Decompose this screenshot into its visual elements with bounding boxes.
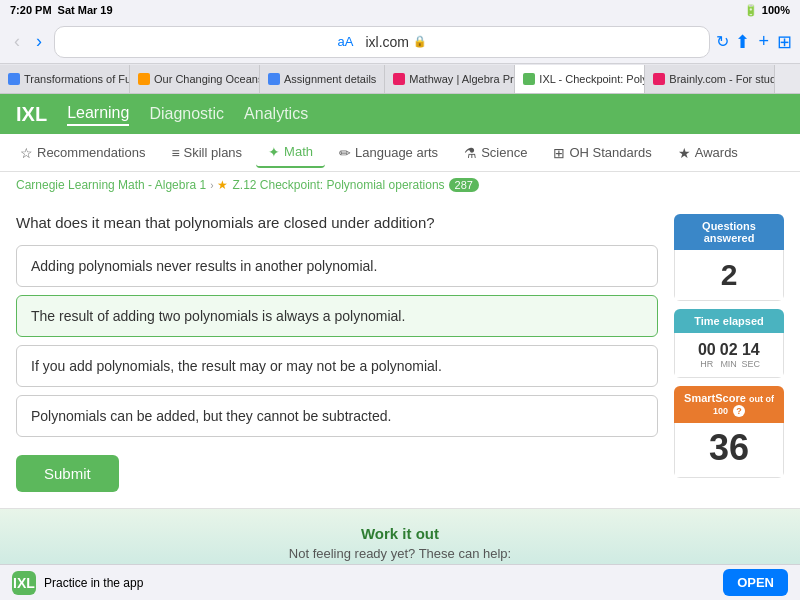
nav-diagnostic[interactable]: Diagnostic: [149, 103, 224, 125]
nav-learning[interactable]: Learning: [67, 102, 129, 126]
tab-1-label: Transformations of Funct...: [24, 73, 130, 85]
science-label: Science: [481, 145, 527, 160]
battery-icon: 🔋: [744, 4, 758, 17]
time-sec-label: SEC: [742, 359, 761, 369]
share-button[interactable]: ⬆: [735, 31, 750, 53]
breadcrumb-badge: 287: [449, 178, 479, 192]
browser-nav: ‹ ›: [8, 27, 48, 56]
smart-score-header: SmartScore out of 100 ?: [674, 386, 784, 423]
app-banner: IXL Practice in the app OPEN: [0, 564, 800, 600]
time-min-value: 02: [720, 341, 738, 359]
browser-actions: ⬆ + ⊞: [735, 31, 792, 53]
submit-button[interactable]: Submit: [16, 455, 119, 492]
subject-navigation: ☆ Recommendations ≡ Skill plans ✦ Math ✏…: [0, 134, 800, 172]
oh-standards-icon: ⊞: [553, 145, 565, 161]
answer-option-2[interactable]: If you add polynomials, the result may o…: [16, 345, 658, 387]
time-hours: 00 HR: [698, 341, 716, 369]
time-body: 00 HR 02 MIN 14 SEC: [674, 333, 784, 378]
breadcrumb-sep1: ›: [210, 180, 213, 191]
browser-bar: ‹ › aA ixl.com 🔒 ↻ ⬆ + ⊞: [0, 20, 800, 64]
app-banner-left: IXL Practice in the app: [12, 571, 143, 595]
open-app-button[interactable]: OPEN: [723, 569, 788, 596]
time-minutes: 02 MIN: [720, 341, 738, 369]
time-hr-label: HR: [698, 359, 716, 369]
awards-icon: ★: [678, 145, 691, 161]
tab-oh-standards[interactable]: ⊞ OH Standards: [541, 139, 663, 167]
question-text: What does it mean that polynomials are c…: [16, 214, 658, 231]
status-bar: 7:20 PM Sat Mar 19 🔋 100%: [0, 0, 800, 20]
time-seconds: 14 SEC: [742, 341, 761, 369]
math-label: Math: [284, 144, 313, 159]
status-time: 7:20 PM: [10, 4, 52, 16]
breadcrumb-star: ★: [217, 178, 228, 192]
tab-4-label: Mathway | Algebra Proble...: [409, 73, 515, 85]
refresh-button[interactable]: ↻: [716, 32, 729, 51]
back-button[interactable]: ‹: [8, 27, 26, 56]
tab-science[interactable]: ⚗ Science: [452, 139, 539, 167]
answer-option-0[interactable]: Adding polynomials never results in anot…: [16, 245, 658, 287]
answer-option-1[interactable]: The result of adding two polynomials is …: [16, 295, 658, 337]
battery-level: 100%: [762, 4, 790, 16]
nav-analytics[interactable]: Analytics: [244, 103, 308, 125]
smart-score-info-icon[interactable]: ?: [733, 405, 745, 417]
questions-answered-card: Questions answered 2: [674, 214, 784, 301]
oh-standards-label: OH Standards: [569, 145, 651, 160]
smart-score-value: 36: [674, 423, 784, 478]
breadcrumb-part1[interactable]: Carnegie Learning Math - Algebra 1: [16, 178, 206, 192]
main-content: What does it mean that polynomials are c…: [0, 198, 800, 508]
tab-3-label: Assignment details: [284, 73, 376, 85]
aa-text[interactable]: aA: [338, 34, 362, 49]
answer-option-3[interactable]: Polynomials can be added, but they canno…: [16, 395, 658, 437]
time-min-label: MIN: [720, 359, 738, 369]
forward-button[interactable]: ›: [30, 27, 48, 56]
tab-2[interactable]: Our Changing Oceans Let...: [130, 65, 260, 93]
skill-plans-icon: ≡: [171, 145, 179, 161]
status-day: Sat Mar 19: [58, 4, 113, 16]
recommendations-label: Recommendations: [37, 145, 145, 160]
math-icon: ✦: [268, 144, 280, 160]
tab-language-arts[interactable]: ✏ Language arts: [327, 139, 450, 167]
tab-5[interactable]: IXL - Checkpoint: Polyno...: [515, 65, 645, 93]
work-it-out-subtitle: Not feeling ready yet? These can help:: [16, 546, 784, 561]
questions-answered-header: Questions answered: [674, 214, 784, 250]
tab-skill-plans[interactable]: ≡ Skill plans: [159, 139, 254, 167]
url-text: ixl.com: [365, 34, 409, 50]
time-elapsed-card: Time elapsed 00 HR 02 MIN 14 SEC: [674, 309, 784, 378]
tab-awards[interactable]: ★ Awards: [666, 139, 750, 167]
breadcrumb: Carnegie Learning Math - Algebra 1 › ★ Z…: [0, 172, 800, 198]
tab-2-label: Our Changing Oceans Let...: [154, 73, 260, 85]
time-hr-value: 00: [698, 341, 716, 359]
questions-answered-value: 2: [674, 250, 784, 301]
language-arts-label: Language arts: [355, 145, 438, 160]
tab-1[interactable]: Transformations of Funct...: [0, 65, 130, 93]
time-elapsed-header: Time elapsed: [674, 309, 784, 333]
time-sec-value: 14: [742, 341, 761, 359]
science-icon: ⚗: [464, 145, 477, 161]
tab-3[interactable]: Assignment details: [260, 65, 385, 93]
tab-4[interactable]: Mathway | Algebra Proble...: [385, 65, 515, 93]
tabs-button[interactable]: ⊞: [777, 31, 792, 53]
tab-math[interactable]: ✦ Math: [256, 138, 325, 168]
lock-icon: 🔒: [413, 35, 427, 48]
address-bar[interactable]: aA ixl.com 🔒: [54, 26, 710, 58]
breadcrumb-part2[interactable]: Z.12 Checkpoint: Polynomial operations: [232, 178, 444, 192]
tab-5-label: IXL - Checkpoint: Polyno...: [539, 73, 645, 85]
new-tab-button[interactable]: +: [758, 31, 769, 53]
tab-6[interactable]: Brainly.com - For student...: [645, 65, 775, 93]
app-banner-text: Practice in the app: [44, 576, 143, 590]
smart-score-header-text: SmartScore: [684, 392, 746, 404]
sidebar: Questions answered 2 Time elapsed 00 HR …: [674, 214, 784, 492]
recommendations-icon: ☆: [20, 145, 33, 161]
ixl-navigation: IXL Learning Diagnostic Analytics: [0, 94, 800, 134]
work-it-out-title: Work it out: [16, 525, 784, 542]
question-area: What does it mean that polynomials are c…: [16, 214, 658, 492]
ixl-logo: IXL: [16, 103, 47, 126]
tab-6-label: Brainly.com - For student...: [669, 73, 775, 85]
skill-plans-label: Skill plans: [184, 145, 243, 160]
browser-tabs: Transformations of Funct... Our Changing…: [0, 64, 800, 94]
language-arts-icon: ✏: [339, 145, 351, 161]
ixl-app-badge: IXL: [12, 571, 36, 595]
smart-score-card: SmartScore out of 100 ? 36: [674, 386, 784, 478]
tab-recommendations[interactable]: ☆ Recommendations: [8, 139, 157, 167]
awards-label: Awards: [695, 145, 738, 160]
